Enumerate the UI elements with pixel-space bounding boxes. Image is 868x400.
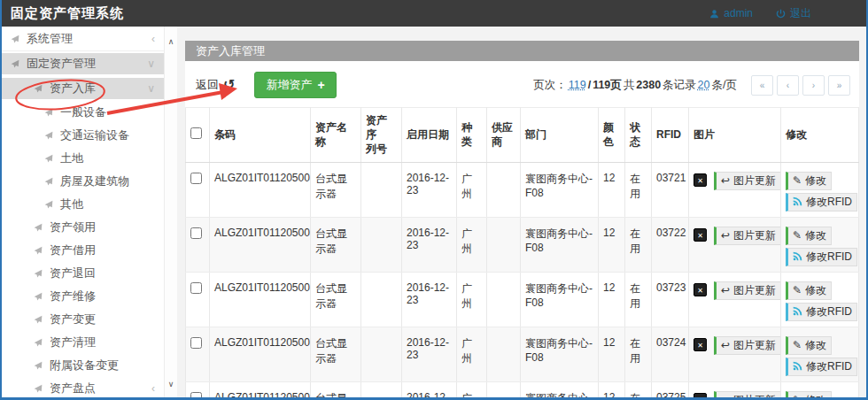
edit-pencil-icon: ✎ — [793, 340, 802, 350]
pagination-prefix: 页次： — [533, 78, 567, 93]
image-update-button[interactable]: ↩ 图片更新 — [714, 172, 781, 190]
table-header-row: 条码 资产名称 资产序 列号 启用日期 种 类 供应 商 部门 颜 色 状 态 … — [186, 108, 859, 163]
rfid-signal-icon — [793, 251, 802, 263]
cell-start-date: 2016-12-23 — [402, 162, 457, 217]
cell-image: ✕ ↩ 图片更新 — [689, 162, 781, 217]
scroll-down-icon[interactable]: ∨ — [165, 380, 177, 388]
page-size-link[interactable]: 20 — [698, 79, 710, 91]
cell-checkbox — [186, 327, 210, 381]
sidebar-item-asset-change[interactable]: 资产变更 — [2, 308, 164, 331]
table-row: ALGZ01IT0112050017 台式显示器 2016-12-23 广州 寰… — [186, 327, 859, 381]
sidebar-item-asset-borrow[interactable]: 资产借用 — [2, 239, 164, 262]
undo-icon: ↺ — [223, 78, 235, 92]
user-account-link[interactable]: admin — [709, 7, 753, 19]
sidebar-item-asset-inbound[interactable]: 资产入库 ∨ — [2, 76, 164, 101]
pager-buttons: « ‹ › » — [751, 75, 850, 96]
update-arrow-icon: ↩ — [721, 340, 730, 350]
chevron-left-icon: ‹ — [151, 33, 155, 45]
sidebar-scrollbar[interactable]: ∧ ∨ — [164, 27, 177, 397]
edit-button[interactable]: ✎ 修改 — [786, 336, 832, 355]
sidebar-item-buildings[interactable]: 房屋及建筑物 — [2, 170, 164, 193]
cell-status: 在用 — [625, 272, 652, 327]
row-checkbox[interactable] — [190, 392, 202, 397]
edit-pencil-icon: ✎ — [793, 395, 802, 397]
row-checkbox[interactable] — [190, 173, 202, 184]
nav-arrow-icon — [34, 84, 43, 93]
select-all-checkbox[interactable] — [190, 127, 202, 139]
sidebar-item-asset-repair[interactable]: 资产维修 — [2, 285, 164, 308]
records-suffix: 条记录 — [663, 78, 696, 93]
cell-category: 广州 — [457, 327, 487, 381]
topbar: 固定资产管理系统 admin 退出 — [2, 0, 866, 27]
row-checkbox[interactable] — [190, 282, 202, 294]
next-page-button[interactable]: › — [802, 75, 825, 96]
edit-rfid-button[interactable]: 修改RFID — [786, 358, 857, 376]
image-update-button[interactable]: ↩ 图片更新 — [714, 227, 781, 245]
prev-page-button[interactable]: ‹ — [777, 75, 799, 96]
sidebar-item-land[interactable]: 土地 — [2, 147, 164, 170]
cell-edit: ✎ 修改 修改RFID — [781, 217, 859, 272]
cell-department: 寰图商务中心-F08 — [521, 272, 599, 327]
cell-serial — [361, 217, 402, 272]
cell-status: 在用 — [625, 162, 652, 217]
back-button[interactable]: 返回 ↺ — [196, 77, 235, 93]
sidebar-item-asset-inventory[interactable]: 资产盘点 ‹ — [2, 377, 164, 397]
scroll-up-icon[interactable]: ∧ — [165, 37, 177, 46]
edit-button[interactable]: ✎ 修改 — [786, 227, 832, 245]
sidebar-item-asset-return[interactable]: 资产退回 — [2, 262, 164, 285]
cell-supplier — [487, 272, 521, 327]
app-window: 固定资产管理系统 admin 退出 系统管理 ‹ — [0, 0, 868, 400]
sidebar-item-fixed-asset-management[interactable]: 固定资产管理 ∨ — [2, 51, 164, 76]
table-row: ALGZ01IT0112050015 台式显示器 2016-12-23 广州 寰… — [186, 217, 859, 272]
sidebar-item-attached-equipment-change[interactable]: 附属设备变更 — [2, 354, 164, 377]
rfid-signal-icon — [793, 196, 802, 208]
nav-arrow-icon — [34, 361, 43, 370]
cell-image: ✕ ↩ 图片更新 — [689, 381, 781, 397]
cell-serial — [361, 162, 402, 217]
nav-arrow-icon — [44, 154, 53, 163]
cell-serial — [361, 272, 402, 327]
edit-rfid-button[interactable]: 修改RFID — [786, 193, 857, 212]
cell-supplier — [487, 217, 521, 272]
edit-button[interactable]: ✎ 修改 — [786, 172, 832, 190]
nav-arrow-icon — [34, 246, 43, 255]
row-checkbox[interactable] — [190, 227, 202, 239]
sidebar-item-other[interactable]: 其他 — [2, 193, 164, 216]
col-department: 部门 — [521, 108, 599, 163]
add-asset-button[interactable]: 新增资产 + — [254, 72, 336, 98]
row-checkbox[interactable] — [190, 337, 202, 349]
col-serial: 资产序 列号 — [361, 108, 402, 163]
logout-link[interactable]: 退出 — [776, 6, 811, 21]
image-update-button[interactable]: ↩ 图片更新 — [714, 391, 781, 397]
edit-button[interactable]: ✎ 修改 — [786, 391, 832, 397]
sidebar-item-transport-equipment[interactable]: 交通运输设备 — [2, 124, 164, 147]
edit-button[interactable]: ✎ 修改 — [786, 281, 832, 300]
broken-image-icon: ✕ — [694, 393, 707, 397]
plus-icon: + — [317, 79, 324, 91]
cell-checkbox — [186, 381, 210, 397]
first-page-button[interactable]: « — [751, 75, 773, 96]
broken-image-icon: ✕ — [694, 173, 707, 187]
cell-asset-name: 台式显示器 — [311, 162, 361, 217]
cell-rfid: 03724 — [652, 327, 689, 381]
edit-rfid-button[interactable]: 修改RFID — [786, 303, 857, 321]
sidebar-item-general-equipment[interactable]: 一般设备 — [2, 101, 164, 124]
cell-rfid: 03723 — [652, 272, 689, 327]
pagination: 页次： 119 / 119页 共 2380 条记录 20 条/页 « ‹ › — [533, 75, 850, 96]
sidebar-item-system-management[interactable]: 系统管理 ‹ — [2, 27, 164, 51]
current-page-link[interactable]: 119 — [569, 79, 586, 91]
image-update-button[interactable]: ↩ 图片更新 — [714, 336, 781, 355]
back-button-label: 返回 — [196, 77, 219, 93]
nav-arrow-icon — [34, 292, 43, 301]
edit-rfid-button[interactable]: 修改RFID — [786, 248, 857, 266]
col-edit: 修改 — [781, 108, 859, 163]
sidebar-nav: 系统管理 ‹ 固定资产管理 ∨ 资产入库 ∨ 一般设备 — [2, 27, 164, 397]
sidebar-item-asset-cleanup[interactable]: 资产清理 — [2, 331, 164, 354]
user-label: admin — [724, 7, 753, 19]
image-update-button[interactable]: ↩ 图片更新 — [714, 281, 781, 300]
last-page-button[interactable]: » — [828, 75, 850, 96]
cell-status: 在用 — [625, 327, 652, 381]
sidebar-item-asset-requisition[interactable]: 资产领用 — [2, 216, 164, 239]
rfid-signal-icon — [793, 306, 802, 318]
cell-department: 寰图商务中心-F08 — [521, 162, 599, 217]
